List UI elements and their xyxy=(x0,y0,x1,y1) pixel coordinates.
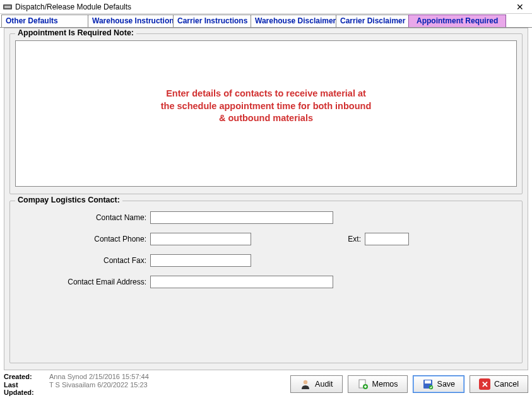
group-appointment-note-legend: Appointment Is Required Note: xyxy=(15,28,136,37)
svg-point-2 xyxy=(304,380,307,384)
cancel-icon: ✕ xyxy=(479,378,490,390)
app-icon xyxy=(3,2,13,12)
tab-strip: Other Defaults Warehouse Instructions Ca… xyxy=(0,14,532,28)
contact-phone-input[interactable] xyxy=(150,233,251,245)
tab-carrier-instructions[interactable]: Carrier Instructions xyxy=(173,15,251,27)
close-icon[interactable]: ✕ xyxy=(511,2,529,12)
save-button-label: Save xyxy=(437,380,456,389)
title-bar: Dispatch/Release Module Defaults ✕ xyxy=(0,0,532,14)
button-bar: Audit Memos Save ✕ Cancel xyxy=(290,375,528,393)
cancel-button-label: Cancel xyxy=(494,380,519,389)
tab-warehouse-disclaimer[interactable]: Warehouse Disclaimer xyxy=(251,15,336,27)
status-left: Created: Anna Synod 2/15/2016 15:57:44 L… xyxy=(4,373,149,396)
group-logistics-contact: Compay Logistics Contact: Contact Name: … xyxy=(9,201,523,363)
person-icon xyxy=(300,378,311,390)
contact-email-input[interactable] xyxy=(150,276,333,288)
contact-name-label: Contact Name: xyxy=(18,213,150,222)
appointment-note-textarea[interactable] xyxy=(15,40,517,187)
tab-warehouse-instructions[interactable]: Warehouse Instructions xyxy=(88,15,174,27)
audit-button-label: Audit xyxy=(315,380,333,389)
contact-ext-label: Ext: xyxy=(340,235,365,243)
status-bar: Created: Anna Synod 2/15/2016 15:57:44 L… xyxy=(4,373,528,395)
window-title: Dispatch/Release Module Defaults xyxy=(15,3,511,11)
save-icon xyxy=(422,378,434,390)
updated-label: Last Updated: xyxy=(4,381,49,396)
tab-other-defaults[interactable]: Other Defaults xyxy=(1,15,88,27)
contact-ext-input[interactable] xyxy=(365,233,409,245)
contact-email-label: Contact Email Address: xyxy=(18,278,150,286)
client-area: Appointment Is Required Note: Enter deta… xyxy=(4,28,528,370)
updated-value: T S Sivasailam 6/20/2022 15:23 xyxy=(49,381,149,396)
save-button[interactable]: Save xyxy=(413,375,465,393)
contact-name-input[interactable] xyxy=(150,211,333,224)
memos-button[interactable]: Memos xyxy=(348,375,408,393)
memos-button-label: Memos xyxy=(372,380,398,389)
cancel-button[interactable]: ✕ Cancel xyxy=(470,375,528,393)
tab-appointment-required[interactable]: Appointment Required xyxy=(408,15,506,27)
group-logistics-contact-legend: Compay Logistics Contact: xyxy=(15,196,122,204)
audit-button[interactable]: Audit xyxy=(290,375,343,393)
svg-rect-1 xyxy=(4,6,11,8)
memo-icon xyxy=(357,378,369,390)
group-appointment-note: Appointment Is Required Note: Enter deta… xyxy=(9,33,523,194)
svg-rect-6 xyxy=(425,380,431,383)
created-label: Created: xyxy=(4,373,49,380)
contact-phone-label: Contact Phone: xyxy=(18,235,150,243)
contact-fax-input[interactable] xyxy=(150,254,251,267)
contact-fax-label: Contact Fax: xyxy=(18,256,150,265)
tab-carrier-disclaimer[interactable]: Carrier Disclaimer xyxy=(336,15,409,27)
created-value: Anna Synod 2/15/2016 15:57:44 xyxy=(49,373,149,380)
